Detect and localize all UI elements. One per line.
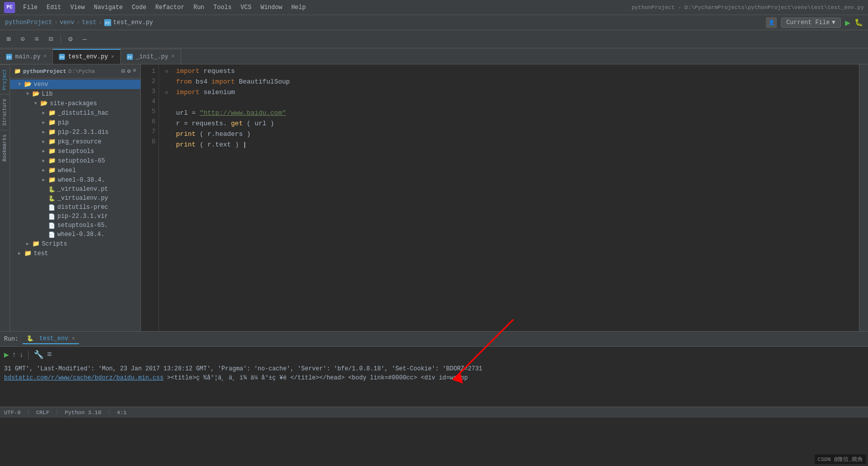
menu-tools[interactable]: Tools <box>209 3 235 13</box>
expand-icon[interactable]: ⊙ <box>17 34 28 45</box>
current-file-label: Current File <box>786 19 830 26</box>
tree-item-scripts[interactable]: ▶ 📁 Scripts <box>10 239 140 249</box>
tree-item-pip22[interactable]: ▶ 📁 pip-22.3.1.dis <box>10 127 140 137</box>
tree-item-setuptools65[interactable]: ▶ 📁 setuptools-65 <box>10 156 140 166</box>
left-panel-strip: Project Structure Bookmarks <box>0 64 10 331</box>
breadcrumb-venv[interactable]: venv <box>60 19 74 26</box>
tree-close-icon[interactable]: × <box>133 67 136 75</box>
tree-item-pip[interactable]: ▶ 📁 pip <box>10 118 140 127</box>
tree-item-virtualenv-pt[interactable]: ▶ 🐍 _virtualenv.pt <box>10 185 140 194</box>
tree-label-pip221-file: pip-22.3.1.vir <box>57 213 108 220</box>
tree-item-pkg[interactable]: ▶ 📁 pkg_resource <box>10 137 140 146</box>
tree-item-test[interactable]: ▶ 📁 test <box>10 249 140 258</box>
tab-test-env-close[interactable]: × <box>111 54 114 60</box>
cursor: | <box>243 141 247 148</box>
fold-icon-3[interactable]: ⊖ <box>165 88 172 98</box>
run-tab-test-env[interactable]: 🐍 test_env × <box>23 334 79 344</box>
tree-item-setuptools65-file[interactable]: ▶ 📄 setuptools-65. <box>10 221 140 230</box>
menu-vcs[interactable]: VCS <box>236 3 256 13</box>
menu-help[interactable]: Help <box>287 3 310 13</box>
lib-folder-icon: 📂 <box>32 90 40 98</box>
tab-main-py-close[interactable]: × <box>43 54 46 59</box>
menu-window[interactable]: Window <box>257 3 286 13</box>
code-editor[interactable]: ⊖ import requests ⊖ from bs4 import Beau… <box>159 64 859 331</box>
scroll-down-btn[interactable]: ↓ <box>19 351 23 359</box>
tree-label-setuptools65: setuptools-65 <box>58 158 105 165</box>
statusbar: UTF-8 | CRLF | Python 3.10 | 4:1 <box>0 407 868 418</box>
setuptools65-folder-icon: 📁 <box>48 157 56 165</box>
fold-icon-1[interactable]: ⊖ <box>165 67 172 77</box>
python-file-icon: py <box>104 19 111 26</box>
code-line-6: ⊖ r = requests. get ( url ) <box>165 119 859 129</box>
tree-collapse-icon[interactable]: ⊟ <box>121 67 125 75</box>
menu-file[interactable]: File <box>19 3 42 13</box>
tree-arrow-venv: ▼ <box>18 82 24 87</box>
settings-icon[interactable]: ⚙ <box>65 34 76 45</box>
tree-item-distutils[interactable]: ▶ 📁 _distutils_hac <box>10 108 140 118</box>
tree-settings-icon[interactable]: ⚙ <box>127 67 131 75</box>
line-num-7: 7 <box>141 127 155 137</box>
current-file-dropdown[interactable]: Current File ▼ <box>781 18 841 28</box>
output-link[interactable]: bdstatic.com/r/www/cache/bdorz/baidu.min… <box>4 374 164 381</box>
menu-edit[interactable]: Edit <box>43 3 65 13</box>
status-cursor-pos: 4:1 <box>117 410 127 416</box>
tree-label-pip22: pip-22.3.1.dis <box>58 129 109 136</box>
run-filter-btn[interactable]: 🔧 <box>34 350 44 360</box>
tree-item-virtualenv-py[interactable]: ▶ 🐍 _virtualenv.py <box>10 194 140 203</box>
tab-main-py[interactable]: py main.py × <box>0 49 53 64</box>
fn-print-1: print <box>176 130 196 138</box>
align-icon[interactable]: ≡ <box>31 34 42 45</box>
tab-test-env-label: test_env.py <box>68 53 108 60</box>
menu-view[interactable]: View <box>66 3 89 13</box>
distutils-prec-icon: 📄 <box>48 204 55 211</box>
menu-refactor[interactable]: Refactor <box>151 3 189 13</box>
status-encoding[interactable]: UTF-8 <box>4 410 21 416</box>
tree-item-site-packages[interactable]: ▼ 📂 site-packages <box>10 99 140 108</box>
run-align-btn[interactable]: ≡ <box>47 350 52 359</box>
menu-code[interactable]: Code <box>128 3 150 13</box>
tree-item-venv[interactable]: ▼ 📂 venv <box>10 80 140 89</box>
breadcrumb-project[interactable]: pythonProject <box>5 19 52 26</box>
status-python-version[interactable]: Python 3.10 <box>65 410 102 416</box>
menu-navigate[interactable]: Navigate <box>90 3 127 13</box>
run-tab-close[interactable]: × <box>72 336 75 342</box>
run-button[interactable]: ▶ <box>845 17 850 28</box>
run-toolbar-sep <box>28 350 29 359</box>
debug-button[interactable]: 🐛 <box>854 18 863 27</box>
menu-run[interactable]: Run <box>189 3 208 13</box>
collapse-icon[interactable]: ⊟ <box>45 34 56 45</box>
tab-test-env-py[interactable]: py test_env.py × <box>53 49 120 64</box>
run-tab-label: test_env <box>39 335 68 342</box>
tree-item-wheel38-file[interactable]: ▶ 📄 wheel-0.38.4. <box>10 230 140 239</box>
tree-item-pip221-file[interactable]: ▶ 📄 pip-22.3.1.vir <box>10 212 140 221</box>
tree-item-setuptools[interactable]: ▶ 📁 setuptools <box>10 146 140 156</box>
bookmarks-panel-label[interactable]: Bookmarks <box>0 130 10 166</box>
tab-init-close[interactable]: × <box>171 54 174 59</box>
tree-label-wheel: wheel <box>58 167 76 174</box>
project-root-path: D:\Pycha <box>68 68 95 74</box>
fn-print-2: print <box>176 141 196 148</box>
line-num-2: 2 <box>141 76 155 87</box>
tree-label-pip: pip <box>58 119 69 126</box>
layout-icon[interactable]: ⊞ <box>3 34 14 45</box>
structure-panel-label[interactable]: Structure <box>0 94 10 130</box>
code-string-url: "http://www.baidu.com" <box>200 109 286 117</box>
user-avatar-btn[interactable]: 👤 <box>766 17 777 28</box>
tab-test-env-icon: py <box>59 54 65 60</box>
code-view[interactable]: 1 2 3 4 5 6 7 8 ⊖ import requests ⊖ from <box>141 64 859 331</box>
run-again-btn[interactable]: ▶ <box>4 350 9 360</box>
minimize-icon[interactable]: — <box>79 34 90 45</box>
tree-item-distutils-prec[interactable]: ▶ 📄 distutils-prec <box>10 203 140 212</box>
tree-item-lib[interactable]: ▼ 📂 Lib <box>10 89 140 99</box>
status-line-endings[interactable]: CRLF <box>36 410 49 416</box>
wheel-folder-icon: 📁 <box>48 167 56 174</box>
scroll-up-btn[interactable]: ↑ <box>12 351 16 359</box>
breadcrumb-test[interactable]: test <box>82 19 97 26</box>
tree-item-wheel[interactable]: ▶ 📁 wheel <box>10 166 140 175</box>
tab-init-icon: py <box>127 54 133 60</box>
tree-item-wheel38[interactable]: ▶ 📁 wheel-0.38.4. <box>10 175 140 185</box>
project-panel: 📁 pythonProject D:\Pycha ⊟ ⚙ × ▼ 📂 venv … <box>10 64 141 331</box>
project-panel-label[interactable]: Project <box>0 64 10 94</box>
breadcrumb-filename: test_env.py <box>113 19 153 26</box>
tab-init-py[interactable]: py _init_.py × <box>121 49 181 64</box>
